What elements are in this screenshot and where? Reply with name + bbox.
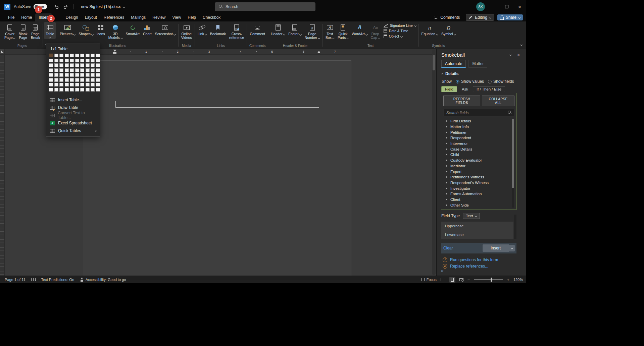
table-grid-cell[interactable] — [54, 54, 58, 57]
field-item[interactable]: Respondent — [443, 135, 510, 141]
collapse-all-button[interactable]: COLLAPSE ALL — [482, 96, 514, 106]
table-grid-cell[interactable] — [59, 68, 63, 72]
table-grid-cell[interactable] — [80, 68, 84, 72]
accessibility-indicator[interactable]: Accessibility: Good to go — [80, 278, 126, 282]
close-button[interactable]: × — [513, 0, 526, 13]
avatar[interactable]: SK — [476, 2, 485, 11]
table-grid-cell[interactable] — [86, 68, 90, 72]
table-grid-cell[interactable] — [54, 73, 58, 77]
date-time-button[interactable]: Date & Time — [384, 29, 416, 33]
pictures-button[interactable]: Pictures — [58, 22, 77, 37]
table-grid-cell[interactable] — [86, 59, 90, 62]
ribbon-tab-review[interactable]: Review — [149, 13, 169, 21]
case-option[interactable]: Uppercase — [441, 222, 513, 230]
table-grid-cell[interactable] — [59, 54, 63, 57]
table-grid-cell[interactable] — [75, 59, 79, 62]
comments-button[interactable]: Comments — [431, 14, 462, 20]
table-grid-cell[interactable] — [49, 83, 53, 86]
options-scrollbar[interactable] — [514, 215, 516, 239]
blank-page-button[interactable]: Blank Page — [17, 22, 29, 40]
table-grid-cell[interactable] — [75, 68, 79, 72]
cover-page-button[interactable]: Cover Page — [3, 22, 17, 40]
table-grid-cell[interactable] — [86, 73, 90, 77]
page-number-button[interactable]: Page Number — [303, 22, 321, 40]
table-grid-cell[interactable] — [96, 73, 100, 77]
redo-button[interactable] — [61, 2, 70, 11]
details-expander[interactable]: Details — [442, 71, 526, 76]
table-grid-cell[interactable] — [96, 68, 100, 72]
insert-dropdown-button[interactable] — [509, 245, 515, 251]
field-item[interactable]: Expert — [443, 169, 510, 174]
quick-parts-button[interactable]: Quick Parts — [336, 22, 350, 40]
ribbon-tab-references[interactable]: References — [100, 13, 128, 21]
table-grid-cell[interactable] — [86, 78, 90, 82]
field-item[interactable]: Respondent's Witness — [443, 180, 510, 186]
replace-references-link[interactable]: Replace references... — [450, 264, 488, 269]
cross-reference-button[interactable]: Cross- reference — [228, 22, 246, 40]
table-grid-cell[interactable] — [49, 54, 53, 57]
table-grid-cell[interactable] — [70, 88, 74, 92]
field-item[interactable]: Case Details — [443, 146, 510, 152]
right-indent-marker[interactable] — [317, 51, 320, 53]
table-grid-cell[interactable] — [75, 54, 79, 57]
table-grid-cell[interactable] — [70, 63, 74, 67]
table-grid-cell[interactable] — [86, 88, 90, 92]
ribbon-tab-home[interactable]: Home — [18, 13, 35, 21]
table-grid-cell[interactable] — [70, 54, 74, 57]
menu-item-quick-tables[interactable]: Quick Tables — [46, 127, 100, 135]
read-mode-button[interactable] — [441, 278, 445, 281]
table-grid-cell[interactable] — [59, 83, 63, 86]
table-grid-cell[interactable] — [80, 83, 84, 86]
ribbon-tab-design[interactable]: Design — [62, 13, 81, 21]
wordart-button[interactable]: WordArt — [350, 22, 369, 37]
table-grid-cell[interactable] — [96, 63, 100, 67]
share-button[interactable]: Share — [497, 14, 523, 20]
fields-scrollbar[interactable] — [512, 119, 514, 208]
search-fields-input[interactable] — [444, 109, 514, 116]
ribbon-collapse-icon[interactable] — [520, 44, 523, 46]
table-grid-cell[interactable] — [80, 54, 84, 57]
panel-collapse-button[interactable] — [507, 54, 514, 56]
ribbon-tab-mailings[interactable]: Mailings — [128, 13, 149, 21]
field-item[interactable]: Investigator — [443, 185, 510, 191]
table-grid-cell[interactable] — [80, 88, 84, 92]
field-item[interactable]: Matter Info — [443, 124, 510, 130]
panel-close-button[interactable]: × — [515, 52, 522, 58]
footer-button[interactable]: Footer — [287, 22, 303, 37]
zoom-out-icon[interactable]: − — [467, 277, 470, 282]
table-grid-cell[interactable] — [59, 59, 63, 62]
scrollbar-thumb[interactable] — [514, 215, 516, 224]
ribbon-tab-view[interactable]: View — [169, 13, 185, 21]
table-grid-cell[interactable] — [49, 68, 53, 72]
field-item[interactable]: Intervenor — [443, 141, 510, 147]
table-grid-cell[interactable] — [54, 83, 58, 86]
refresh-fields-button[interactable]: REFRESH FIELDS — [443, 96, 480, 106]
spellcheck-button[interactable] — [31, 278, 36, 281]
field-item[interactable]: Client — [443, 197, 510, 203]
radio-show-values[interactable]: Show values — [456, 79, 484, 84]
table-grid-cell[interactable] — [96, 54, 100, 57]
clear-link[interactable]: Clear — [443, 246, 453, 250]
ribbon-tab-help[interactable]: Help — [184, 13, 199, 21]
table-grid-cell[interactable] — [65, 63, 69, 67]
menu-item-insert-table[interactable]: Insert Table... — [46, 96, 100, 104]
table-grid-cell[interactable] — [80, 59, 84, 62]
case-option[interactable]: Lowercase — [441, 230, 513, 239]
run-questions-link[interactable]: Run questions for this form — [450, 257, 498, 262]
signature-line-button[interactable]: Signature Line — [384, 23, 416, 27]
table-grid-cell[interactable] — [65, 54, 69, 57]
document-scrollbar[interactable] — [432, 50, 436, 275]
table-grid-cell[interactable] — [75, 63, 79, 67]
inserted-table[interactable] — [115, 101, 319, 108]
table-grid-cell[interactable] — [96, 88, 100, 92]
table-grid-cell[interactable] — [91, 73, 95, 77]
table-button[interactable]: Table — [44, 22, 56, 39]
3d-models-button[interactable]: 3D Models — [107, 22, 124, 40]
editing-mode-dropdown[interactable]: Editing — [466, 14, 494, 21]
field-item[interactable]: Custody Evaluator — [443, 158, 510, 163]
field-item[interactable]: Petitioner — [443, 129, 510, 135]
field-type-dropdown[interactable]: Text — [463, 213, 480, 219]
table-grid-cell[interactable] — [96, 83, 100, 86]
table-grid-cell[interactable] — [59, 88, 63, 92]
menu-item-excel[interactable]: Excel Spreadsheet — [46, 119, 100, 127]
